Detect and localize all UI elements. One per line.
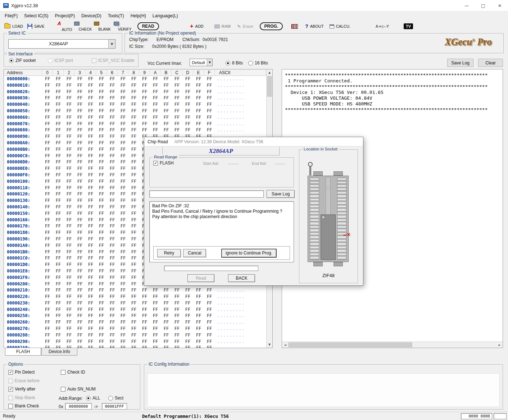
hex-byte[interactable]: FF [64, 172, 74, 179]
hex-byte[interactable]: FF [139, 76, 150, 82]
hex-byte[interactable]: FF [74, 127, 85, 134]
menu-item[interactable]: Project(P) [52, 12, 78, 19]
hex-byte[interactable]: FF [193, 319, 204, 326]
hex-byte[interactable]: FF [204, 114, 215, 121]
hex-byte[interactable]: FF [96, 89, 107, 95]
hex-byte[interactable]: FF [42, 223, 53, 230]
hex-byte[interactable]: FF [64, 108, 74, 114]
hex-byte[interactable]: FF [107, 114, 118, 121]
hex-byte[interactable]: FF [85, 89, 96, 95]
hex-byte[interactable]: FF [42, 307, 53, 313]
hex-byte[interactable]: FF [128, 76, 139, 82]
hex-byte[interactable]: FF [53, 249, 64, 256]
hex-byte[interactable]: FF [118, 313, 128, 319]
hex-byte[interactable]: FF [182, 114, 193, 121]
hex-byte[interactable]: FF [193, 300, 204, 307]
hex-byte[interactable]: FF [172, 127, 182, 134]
hex-byte[interactable]: FF [96, 140, 107, 146]
tv-tool-button[interactable]: TV [404, 23, 413, 29]
hex-byte[interactable]: FF [118, 230, 128, 236]
scroll-right-icon[interactable]: ► [496, 342, 503, 348]
hex-byte[interactable]: FF [107, 211, 118, 217]
hex-byte[interactable]: FF [53, 243, 64, 249]
hex-byte[interactable]: FF [85, 262, 96, 268]
hex-byte[interactable]: FF [204, 101, 215, 108]
hex-byte[interactable]: FF [74, 326, 85, 332]
hex-byte[interactable]: FF [96, 262, 107, 268]
hex-byte[interactable]: FF [118, 262, 128, 268]
hex-byte[interactable]: FF [53, 332, 64, 339]
hex-byte[interactable]: FF [172, 345, 182, 348]
hex-byte[interactable]: FF [42, 95, 53, 101]
hex-byte[interactable]: FF [74, 159, 85, 166]
hex-byte[interactable]: FF [107, 294, 118, 300]
hex-byte[interactable]: FF [182, 287, 193, 294]
clear-button[interactable]: Clear [478, 59, 503, 67]
verify-after-checkbox[interactable]: Verify after [8, 387, 35, 392]
log-horizontal-scrollbar[interactable]: ◄ ► [282, 342, 503, 348]
hex-byte[interactable]: FF [150, 114, 161, 121]
hex-byte[interactable]: FF [96, 198, 107, 204]
hex-byte[interactable]: FF [96, 287, 107, 294]
hex-byte[interactable]: FF [118, 217, 128, 223]
hex-byte[interactable]: FF [53, 146, 64, 153]
hex-byte[interactable]: FF [53, 275, 64, 281]
hex-byte[interactable]: FF [42, 179, 53, 185]
hex-byte[interactable]: FF [107, 89, 118, 95]
hex-byte[interactable]: FF [74, 172, 85, 179]
hex-byte[interactable]: FF [53, 114, 64, 121]
hex-byte[interactable]: FF [64, 249, 74, 256]
hex-byte[interactable]: FF [182, 108, 193, 114]
hex-byte[interactable]: FF [204, 332, 215, 339]
hex-byte[interactable]: FF [85, 191, 96, 198]
auto-button[interactable]: AAUTO [58, 21, 72, 32]
hex-byte[interactable]: FF [85, 249, 96, 256]
icsp-port-radio[interactable]: ICSP port [48, 58, 73, 63]
hex-byte[interactable]: FF [150, 294, 161, 300]
hex-byte[interactable]: FF [96, 281, 107, 288]
add-button[interactable]: +ADD [190, 24, 204, 29]
addr-to-input[interactable] [102, 403, 127, 409]
hex-byte[interactable]: FF [118, 243, 128, 249]
hex-byte[interactable]: FF [85, 300, 96, 307]
hex-byte[interactable]: FF [118, 204, 128, 211]
hex-byte[interactable]: FF [107, 159, 118, 166]
bits8-radio[interactable]: 8 Bits [226, 60, 243, 66]
hex-byte[interactable]: FF [96, 223, 107, 230]
hex-byte[interactable]: FF [96, 236, 107, 243]
addr-from-input[interactable] [65, 403, 91, 409]
hex-byte[interactable]: FF [42, 249, 53, 256]
hex-byte[interactable]: FF [150, 89, 161, 95]
hex-byte[interactable]: FF [161, 313, 172, 319]
hex-byte[interactable]: FF [74, 76, 85, 82]
hex-byte[interactable]: FF [118, 332, 128, 339]
hex-byte[interactable]: FF [150, 313, 161, 319]
hex-byte[interactable]: FF [172, 101, 182, 108]
hex-byte[interactable]: FF [118, 172, 128, 179]
hex-byte[interactable]: FF [107, 140, 118, 146]
hex-byte[interactable]: FF [74, 185, 85, 191]
chevron-down-icon[interactable]: ▼ [108, 40, 115, 48]
erase-button[interactable]: ✎Erase [237, 24, 253, 29]
hex-byte[interactable]: FF [128, 121, 139, 127]
hex-byte[interactable]: FF [53, 101, 64, 108]
hex-byte[interactable]: FF [128, 159, 139, 166]
hex-byte[interactable]: FF [74, 140, 85, 146]
hex-byte[interactable]: FF [85, 217, 96, 223]
hex-byte[interactable]: FF [53, 159, 64, 166]
hex-byte[interactable]: FF [204, 82, 215, 89]
hex-byte[interactable]: FF [64, 217, 74, 223]
hex-byte[interactable]: FF [74, 281, 85, 288]
menu-item[interactable]: Language(L) [149, 12, 181, 19]
ic-combobox[interactable]: X2864AP ▼ [8, 39, 115, 49]
hex-byte[interactable]: FF [96, 108, 107, 114]
hex-byte[interactable]: FF [53, 230, 64, 236]
hex-byte[interactable]: FF [128, 339, 139, 345]
hex-byte[interactable]: FF [85, 211, 96, 217]
hex-byte[interactable]: FF [74, 108, 85, 114]
hex-byte[interactable]: FF [128, 114, 139, 121]
hex-byte[interactable]: FF [172, 326, 182, 332]
hex-byte[interactable]: FF [204, 89, 215, 95]
hex-byte[interactable]: FF [139, 294, 150, 300]
hex-byte[interactable]: FF [85, 339, 96, 345]
